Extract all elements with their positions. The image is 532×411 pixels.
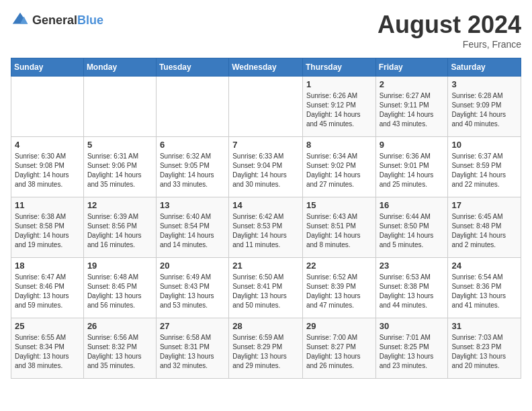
calendar-cell: 19Sunrise: 6:48 AM Sunset: 8:45 PM Dayli… (83, 258, 156, 318)
day-number: 15 (306, 200, 372, 210)
title-block: August 2024 Feurs, France (378, 11, 521, 50)
day-info: Sunrise: 6:31 AM Sunset: 9:06 PM Dayligh… (87, 152, 152, 189)
day-number: 18 (15, 261, 80, 271)
calendar-week-row: 1Sunrise: 6:26 AM Sunset: 9:12 PM Daylig… (11, 77, 521, 137)
day-number: 3 (451, 79, 517, 89)
day-info: Sunrise: 6:34 AM Sunset: 9:02 PM Dayligh… (306, 152, 372, 189)
day-info: Sunrise: 6:47 AM Sunset: 8:46 PM Dayligh… (15, 273, 80, 310)
day-info: Sunrise: 6:50 AM Sunset: 8:41 PM Dayligh… (232, 273, 299, 310)
calendar-cell: 18Sunrise: 6:47 AM Sunset: 8:46 PM Dayli… (11, 258, 84, 318)
day-number: 11 (15, 200, 80, 210)
location-label: Feurs, France (378, 39, 521, 50)
calendar-cell: 25Sunrise: 6:55 AM Sunset: 8:34 PM Dayli… (11, 318, 84, 379)
day-number: 9 (380, 140, 445, 150)
day-number: 14 (232, 200, 299, 210)
calendar-cell: 6Sunrise: 6:32 AM Sunset: 9:05 PM Daylig… (156, 137, 228, 197)
page-header: GeneralBlue August 2024 Feurs, France (11, 11, 521, 50)
logo-icon (11, 11, 30, 30)
calendar-cell: 26Sunrise: 6:56 AM Sunset: 8:32 PM Dayli… (83, 318, 156, 379)
day-info: Sunrise: 6:38 AM Sunset: 8:58 PM Dayligh… (15, 212, 80, 250)
weekday-header-friday: Friday (375, 58, 448, 77)
logo-text-blue: Blue (77, 13, 103, 27)
calendar-cell: 7Sunrise: 6:33 AM Sunset: 9:04 PM Daylig… (229, 137, 303, 197)
calendar-cell: 21Sunrise: 6:50 AM Sunset: 8:41 PM Dayli… (229, 258, 303, 318)
day-info: Sunrise: 6:32 AM Sunset: 9:05 PM Dayligh… (160, 152, 225, 189)
day-number: 2 (380, 79, 445, 89)
day-number: 16 (380, 200, 445, 210)
day-info: Sunrise: 6:48 AM Sunset: 8:45 PM Dayligh… (87, 273, 152, 310)
calendar-cell: 15Sunrise: 6:43 AM Sunset: 8:51 PM Dayli… (302, 197, 375, 258)
day-info: Sunrise: 6:42 AM Sunset: 8:53 PM Dayligh… (232, 212, 299, 250)
calendar-week-row: 18Sunrise: 6:47 AM Sunset: 8:46 PM Dayli… (11, 258, 521, 318)
calendar-body: 1Sunrise: 6:26 AM Sunset: 9:12 PM Daylig… (11, 77, 521, 379)
day-info: Sunrise: 6:39 AM Sunset: 8:56 PM Dayligh… (87, 212, 152, 250)
weekday-header-thursday: Thursday (302, 58, 375, 77)
calendar-cell: 28Sunrise: 6:59 AM Sunset: 8:29 PM Dayli… (229, 318, 303, 379)
day-info: Sunrise: 6:26 AM Sunset: 9:12 PM Dayligh… (306, 91, 372, 129)
day-number: 6 (160, 140, 225, 150)
calendar-week-row: 11Sunrise: 6:38 AM Sunset: 8:58 PM Dayli… (11, 197, 521, 258)
day-number: 23 (380, 261, 445, 271)
day-number: 31 (451, 321, 517, 331)
calendar-cell: 27Sunrise: 6:58 AM Sunset: 8:31 PM Dayli… (156, 318, 228, 379)
calendar-cell (229, 77, 303, 137)
weekday-header-tuesday: Tuesday (156, 58, 228, 77)
calendar-cell: 1Sunrise: 6:26 AM Sunset: 9:12 PM Daylig… (302, 77, 375, 137)
calendar-cell: 24Sunrise: 6:54 AM Sunset: 8:36 PM Dayli… (448, 258, 521, 318)
day-info: Sunrise: 6:33 AM Sunset: 9:04 PM Dayligh… (232, 152, 299, 189)
day-number: 25 (15, 321, 80, 331)
day-number: 20 (160, 261, 225, 271)
day-info: Sunrise: 6:54 AM Sunset: 8:36 PM Dayligh… (451, 273, 517, 310)
calendar-cell (156, 77, 228, 137)
day-info: Sunrise: 6:58 AM Sunset: 8:31 PM Dayligh… (160, 333, 225, 371)
day-number: 7 (232, 140, 299, 150)
day-number: 5 (87, 140, 152, 150)
calendar-cell: 11Sunrise: 6:38 AM Sunset: 8:58 PM Dayli… (11, 197, 84, 258)
weekday-header-sunday: Sunday (11, 58, 84, 77)
day-info: Sunrise: 6:56 AM Sunset: 8:32 PM Dayligh… (87, 333, 152, 371)
day-number: 24 (451, 261, 517, 271)
day-info: Sunrise: 6:53 AM Sunset: 8:38 PM Dayligh… (380, 273, 445, 310)
weekday-header-saturday: Saturday (448, 58, 521, 77)
day-info: Sunrise: 6:45 AM Sunset: 8:48 PM Dayligh… (451, 212, 517, 250)
day-info: Sunrise: 6:55 AM Sunset: 8:34 PM Dayligh… (15, 333, 80, 371)
day-info: Sunrise: 7:03 AM Sunset: 8:23 PM Dayligh… (451, 333, 517, 371)
calendar-cell (11, 77, 84, 137)
logo-text-general: General (32, 13, 77, 27)
day-info: Sunrise: 6:28 AM Sunset: 9:09 PM Dayligh… (451, 91, 517, 129)
day-number: 10 (451, 140, 517, 150)
day-number: 12 (87, 200, 152, 210)
logo: GeneralBlue (11, 11, 103, 30)
day-number: 17 (451, 200, 517, 210)
calendar-cell: 23Sunrise: 6:53 AM Sunset: 8:38 PM Dayli… (375, 258, 448, 318)
day-number: 1 (306, 79, 372, 89)
weekday-header-monday: Monday (83, 58, 156, 77)
calendar-header: SundayMondayTuesdayWednesdayThursdayFrid… (11, 58, 521, 77)
day-info: Sunrise: 7:00 AM Sunset: 8:27 PM Dayligh… (306, 333, 372, 371)
day-number: 28 (232, 321, 299, 331)
calendar-cell: 12Sunrise: 6:39 AM Sunset: 8:56 PM Dayli… (83, 197, 156, 258)
calendar-cell: 31Sunrise: 7:03 AM Sunset: 8:23 PM Dayli… (448, 318, 521, 379)
day-info: Sunrise: 6:27 AM Sunset: 9:11 PM Dayligh… (380, 91, 445, 129)
weekday-header-row: SundayMondayTuesdayWednesdayThursdayFrid… (11, 58, 521, 77)
day-info: Sunrise: 6:37 AM Sunset: 8:59 PM Dayligh… (451, 152, 517, 189)
day-info: Sunrise: 6:40 AM Sunset: 8:54 PM Dayligh… (160, 212, 225, 250)
calendar-cell: 22Sunrise: 6:52 AM Sunset: 8:39 PM Dayli… (302, 258, 375, 318)
day-info: Sunrise: 6:43 AM Sunset: 8:51 PM Dayligh… (306, 212, 372, 250)
calendar-cell: 5Sunrise: 6:31 AM Sunset: 9:06 PM Daylig… (83, 137, 156, 197)
day-info: Sunrise: 6:59 AM Sunset: 8:29 PM Dayligh… (232, 333, 299, 371)
calendar-cell: 29Sunrise: 7:00 AM Sunset: 8:27 PM Dayli… (302, 318, 375, 379)
day-number: 27 (160, 321, 225, 331)
day-number: 29 (306, 321, 372, 331)
calendar-cell: 2Sunrise: 6:27 AM Sunset: 9:11 PM Daylig… (375, 77, 448, 137)
day-number: 4 (15, 140, 80, 150)
day-info: Sunrise: 6:30 AM Sunset: 9:08 PM Dayligh… (15, 152, 80, 189)
calendar-cell: 20Sunrise: 6:49 AM Sunset: 8:43 PM Dayli… (156, 258, 228, 318)
calendar-cell (83, 77, 156, 137)
day-number: 22 (306, 261, 372, 271)
day-number: 13 (160, 200, 225, 210)
calendar-table: SundayMondayTuesdayWednesdayThursdayFrid… (11, 58, 521, 379)
day-info: Sunrise: 6:49 AM Sunset: 8:43 PM Dayligh… (160, 273, 225, 310)
day-number: 21 (232, 261, 299, 271)
weekday-header-wednesday: Wednesday (229, 58, 303, 77)
